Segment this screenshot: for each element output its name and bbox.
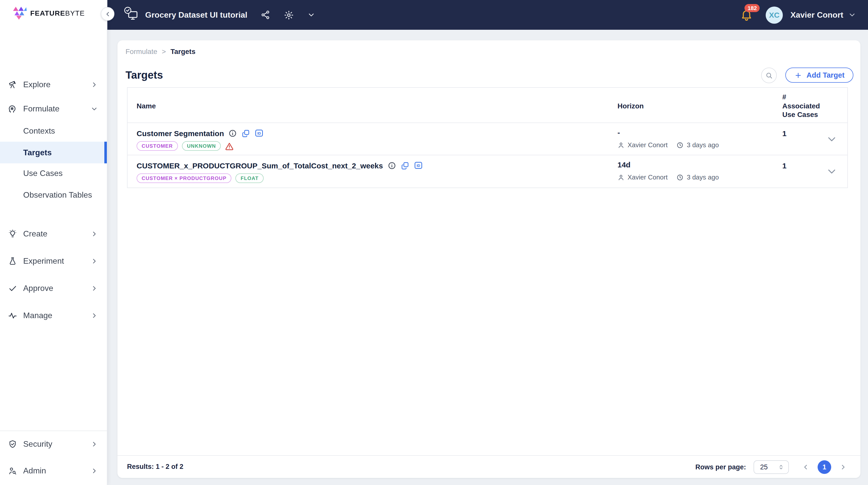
- sidebar-item-label: Create: [23, 229, 48, 238]
- activity-icon: [8, 311, 17, 320]
- user-search-icon: [8, 466, 17, 475]
- settings-button[interactable]: [283, 10, 293, 20]
- sidebar-item-formulate[interactable]: Formulate: [0, 98, 107, 120]
- sidebar-item-label: Use Cases: [23, 169, 63, 178]
- user-menu[interactable]: Xavier Conort: [790, 10, 856, 20]
- sidebar-item-explore[interactable]: Explore: [0, 73, 107, 95]
- use-case-count: 1: [782, 161, 786, 170]
- page-title: Targets: [125, 69, 163, 81]
- sidebar-item-label: Security: [23, 439, 53, 449]
- table-header-row: Name Horizon # Associated Use Cases: [127, 88, 847, 123]
- targets-page-card: Formulate > Targets Targets Add Target N…: [118, 40, 861, 478]
- featurebyte-logo-icon: [12, 5, 27, 20]
- targets-table: Name Horizon # Associated Use Cases Cust…: [127, 87, 848, 188]
- sidebar-item-label: Experiment: [23, 256, 64, 266]
- chevron-right-icon: [91, 467, 98, 474]
- entity-tag: CUSTOMER × PRODUCTGROUP: [136, 174, 231, 183]
- project-selector[interactable]: Grocery Dataset UI tutorial: [127, 9, 247, 21]
- warning-icon: [225, 142, 234, 151]
- sidebar-item-contexts[interactable]: Contexts: [0, 120, 107, 142]
- head-cog-icon: [8, 104, 17, 113]
- row-expand-button[interactable]: [825, 132, 838, 146]
- column-header-use-cases-line: Use Cases: [782, 111, 820, 119]
- horizon-value: 14d: [618, 160, 719, 171]
- chevron-right-icon: [91, 284, 98, 292]
- brand-feature: FEATURE: [30, 9, 65, 17]
- horizon-cell: - Xavier Conort 3 days ago: [618, 128, 719, 149]
- check-icon: [8, 283, 17, 293]
- sidebar-item-label: Admin: [23, 466, 46, 475]
- notifications-button[interactable]: 182: [741, 9, 752, 21]
- project-menu-chevron[interactable]: [307, 11, 315, 19]
- table-row: Customer Segmentation ID CUSTOMER: [127, 123, 847, 155]
- sidebar-item-observation-tables[interactable]: Observation Tables: [0, 184, 107, 206]
- sidebar-item-create[interactable]: Create: [0, 223, 107, 244]
- chevron-down-icon: [307, 11, 315, 19]
- chevron-down-icon: [848, 11, 856, 19]
- chevron-left-icon: [802, 463, 809, 471]
- search-button[interactable]: [761, 67, 777, 83]
- copy-icon[interactable]: [242, 129, 250, 138]
- breadcrumb: Formulate > Targets: [125, 48, 195, 56]
- id-icon[interactable]: ID: [255, 128, 264, 138]
- author-name: Xavier Conort: [627, 141, 668, 149]
- breadcrumb-formulate[interactable]: Formulate: [125, 48, 157, 56]
- updated-time: 3 days ago: [687, 174, 719, 181]
- entity-tag: CUSTOMER: [136, 141, 178, 151]
- copy-icon[interactable]: [401, 161, 409, 170]
- page-number-button[interactable]: 1: [817, 460, 831, 474]
- sidebar-item-admin[interactable]: Admin: [0, 460, 107, 482]
- share-icon: [260, 10, 270, 20]
- sidebar-item-label: Explore: [23, 80, 51, 89]
- sidebar-item-use-cases[interactable]: Use Cases: [0, 162, 107, 184]
- user-icon: [618, 174, 624, 181]
- breadcrumb-targets: Targets: [170, 48, 195, 56]
- plus-icon: [795, 71, 802, 79]
- sidebar-item-label: Formulate: [23, 104, 60, 113]
- results-count: Results: 1 - 2 of 2: [127, 463, 184, 471]
- svg-text:ID: ID: [257, 131, 261, 135]
- horizon-cell: 14d Xavier Conort 3 days ago: [618, 160, 719, 181]
- breadcrumb-separator: >: [162, 48, 166, 56]
- rows-per-page-label: Rows per page:: [695, 463, 746, 471]
- chevron-right-icon: [91, 441, 98, 448]
- sidebar-item-experiment[interactable]: Experiment: [0, 250, 107, 272]
- chevron-down-icon: [91, 105, 98, 112]
- previous-page-button[interactable]: [801, 462, 810, 472]
- sidebar-item-approve[interactable]: Approve: [0, 277, 107, 299]
- sidebar-item-targets[interactable]: Targets: [0, 142, 107, 163]
- add-target-label: Add Target: [806, 71, 844, 79]
- target-name-link[interactable]: Customer Segmentation: [136, 129, 224, 138]
- column-header-name: Name: [136, 102, 156, 110]
- name-cell: Customer Segmentation ID CUSTOMER: [136, 127, 264, 151]
- share-button[interactable]: [260, 10, 270, 20]
- target-name-link[interactable]: CUSTOMER_x_PRODUCTGROUP_Sum_of_TotalCost…: [136, 161, 383, 170]
- updated-time: 3 days ago: [687, 141, 719, 149]
- id-icon[interactable]: ID: [414, 161, 423, 170]
- column-header-use-cases-line: Associated: [782, 101, 820, 111]
- chevron-right-icon: [839, 463, 847, 471]
- add-target-button[interactable]: Add Target: [785, 67, 854, 83]
- sidebar-item-label: Observation Tables: [23, 190, 92, 200]
- horizon-value: -: [618, 128, 719, 138]
- sidebar-collapse-button[interactable]: [101, 7, 115, 21]
- featurebyte-logo: FEATUREBYTE: [12, 5, 85, 20]
- sidebar: FEATUREBYTE Explore Formulate Contexts T…: [0, 0, 107, 485]
- sidebar-item-security[interactable]: Security: [0, 433, 107, 455]
- avatar[interactable]: XC: [766, 6, 783, 24]
- sidebar-item-label: Targets: [23, 148, 52, 157]
- table-footer: Results: 1 - 2 of 2 Rows per page: 25 1: [118, 455, 861, 478]
- sidebar-item-manage[interactable]: Manage: [0, 304, 107, 326]
- svg-text:ID: ID: [416, 163, 420, 168]
- gear-icon: [283, 10, 293, 20]
- info-icon[interactable]: [228, 129, 237, 138]
- top-header: Grocery Dataset UI tutorial 182 XC Xavie…: [107, 0, 868, 30]
- rows-per-page-value: 25: [760, 463, 778, 471]
- info-icon[interactable]: [388, 161, 396, 170]
- next-page-button[interactable]: [838, 462, 848, 472]
- shield-check-icon: [8, 439, 17, 449]
- rows-per-page-select[interactable]: 25: [753, 460, 789, 474]
- row-expand-button[interactable]: [825, 165, 838, 178]
- dtype-tag: FLOAT: [236, 174, 264, 183]
- monitor-icon: [127, 9, 138, 21]
